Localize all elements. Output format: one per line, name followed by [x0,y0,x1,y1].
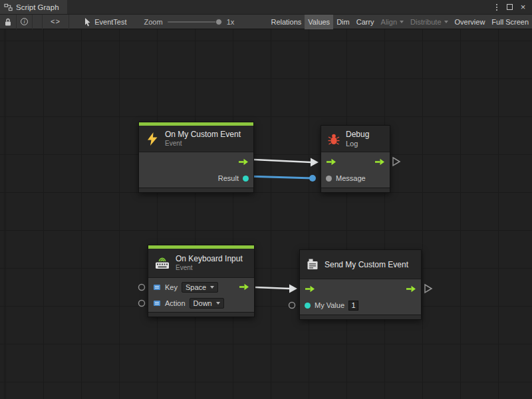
node-debug-log[interactable]: Debug Log Message [321,125,390,193]
result-port[interactable] [243,176,249,182]
bug-icon [327,132,340,146]
flow-input-port[interactable] [326,158,336,166]
relations-button[interactable]: Relations [267,15,305,29]
full-screen-button[interactable]: Full Screen [488,15,532,29]
external-port[interactable] [139,285,145,291]
align-dropdown-button[interactable]: Align [378,15,407,29]
tab-title: Script Graph [16,3,59,11]
node-header[interactable]: Send My Custom Event [300,250,421,279]
wire-endpoint [309,175,316,182]
result-output-row: Result [139,171,253,186]
info-icon: i [21,18,28,25]
cursor-icon [84,17,91,27]
flow-output-port[interactable] [238,158,249,166]
node-subtitle: Event [165,140,241,148]
dim-label: Dim [336,18,350,26]
carry-button[interactable]: Carry [353,15,378,29]
key-dropdown[interactable]: Space [182,282,218,293]
toolbar-buttons: Relations Values Dim Carry Align Distrib… [267,15,532,29]
flow-output-port[interactable] [406,285,416,293]
node-title: Log [346,140,369,148]
maximize-icon [507,4,513,10]
zoom-slider-track [168,21,222,23]
maximize-button[interactable] [504,1,515,13]
chevron-down-icon [216,302,220,305]
message-input-row: Message [321,171,390,186]
node-titles: Send My Custom Event [325,260,408,269]
node-header[interactable]: Debug Log [321,126,390,152]
zoom-value: 1x [227,18,235,26]
control-flow-row [321,154,390,169]
node-body: Key Space [148,278,254,312]
tab-script-graph[interactable]: Script Graph [0,0,67,14]
flow-output-port[interactable] [239,283,249,291]
continuation-arrow[interactable] [425,285,432,293]
zoom-slider[interactable] [168,18,222,26]
wire-customevent-to-log[interactable] [254,160,311,162]
wire-result-to-message[interactable] [246,176,313,178]
relations-label: Relations [271,18,301,26]
node-header[interactable]: On My Custom Event Event [139,126,253,152]
wire-arrowhead [311,158,319,167]
flow-input-port[interactable] [305,285,315,293]
node-footer [139,188,253,192]
result-label: Result [218,174,239,182]
message-label: Message [336,174,366,182]
wires-layer [0,29,532,399]
script-graph-window: Script Graph × i <> [0,0,532,399]
key-type-icon [153,283,161,291]
wire-keyboard-to-send[interactable] [255,287,290,289]
action-input-row: Action Down [148,296,254,310]
node-send-my-custom-event[interactable]: Send My Custom Event My Value [299,249,422,320]
action-dropdown[interactable]: Down [190,298,224,309]
edit-script-button[interactable]: <> [42,15,69,29]
graph-reference[interactable]: EventTest [78,17,132,27]
node-title: On My Custom Event [165,130,241,139]
wire-arrowhead [289,285,297,293]
lock-button[interactable] [0,15,17,29]
titlebar-spacer [67,0,491,14]
flow-output-port[interactable] [374,158,385,166]
node-on-keyboard-input[interactable]: On Keyboard Input Event Key Space [148,245,255,317]
overview-label: Overview [455,18,485,26]
chevron-down-icon [444,21,448,23]
distribute-dropdown-button[interactable]: Distribute [407,15,451,29]
message-port[interactable] [326,176,332,182]
node-on-my-custom-event[interactable]: On My Custom Event Event Result [138,122,254,193]
close-button[interactable]: × [517,1,529,13]
kebab-menu-icon [496,4,497,11]
distribute-label: Distribute [410,18,441,26]
action-type-icon [153,299,161,307]
external-port[interactable] [139,301,145,307]
my-value-port[interactable] [305,303,311,309]
values-button[interactable]: Values [305,15,333,29]
node-subtitle: Event [176,264,243,272]
my-value-input-row: My Value 1 [300,298,421,313]
overview-button[interactable]: Overview [452,15,489,29]
node-header[interactable]: On Keyboard Input Event [148,249,254,278]
node-titles: On My Custom Event Event [165,130,241,148]
code-icon: <> [51,18,61,26]
inspect-button[interactable]: i [17,15,33,29]
continuation-arrow[interactable] [393,158,400,166]
key-value: Space [186,283,206,291]
graph-name: EventTest [94,18,126,26]
zoom-slider-handle[interactable] [215,19,222,25]
event-machine-icon [306,258,319,271]
window-menu-button[interactable] [491,1,502,13]
external-port[interactable] [289,303,295,309]
node-footer [300,315,421,319]
zoom-label: Zoom [144,18,163,26]
node-body: Message [321,152,390,188]
node-namespace: Debug [346,130,369,139]
graph-canvas[interactable]: On My Custom Event Event Result [0,29,532,399]
node-title: On Keyboard Input [176,254,243,263]
carry-label: Carry [356,18,374,26]
action-label: Action [165,299,186,307]
node-footer [148,312,254,317]
control-flow-row [300,281,421,296]
node-title: Send My Custom Event [325,260,408,269]
my-value-label: My Value [315,301,344,309]
my-value-input[interactable]: 1 [348,301,358,311]
dim-button[interactable]: Dim [333,15,353,29]
